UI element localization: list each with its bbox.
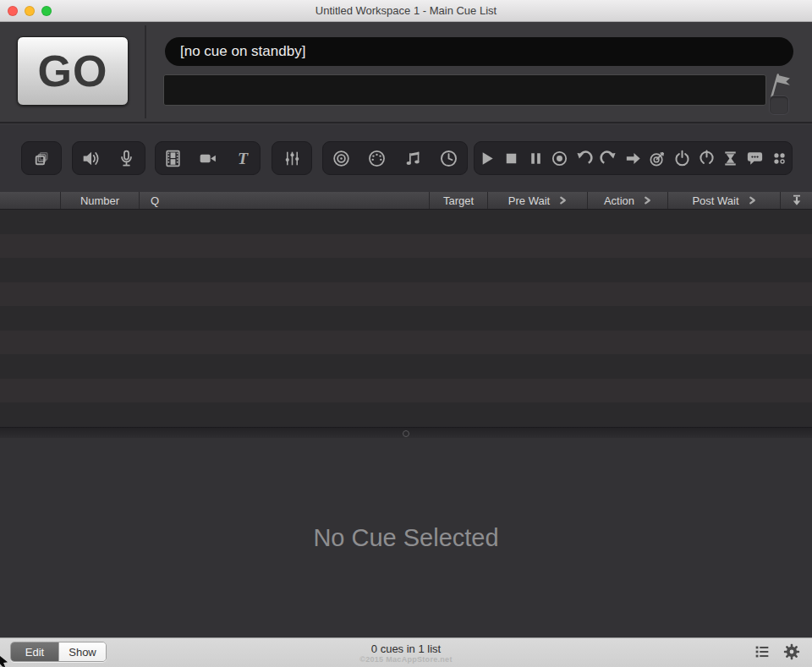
- no-cue-selected-text: No Cue Selected: [0, 524, 812, 552]
- panel-divider: [145, 25, 146, 118]
- splitter-handle[interactable]: [0, 427, 812, 438]
- toolbar-button-stacked-squares[interactable]: [22, 142, 61, 174]
- toolbar-button-undo-arrow[interactable]: [572, 142, 596, 174]
- column-header-pre-wait[interactable]: Pre Wait: [488, 192, 588, 209]
- toolbar-group-1: [21, 141, 62, 175]
- column-label: Post Wait: [692, 194, 738, 207]
- pause-icon: [526, 149, 546, 168]
- toolbar-button-concentric-circles[interactable]: [323, 142, 359, 174]
- undo-arrow-icon: [574, 149, 594, 168]
- toolbar-group-4: [272, 141, 312, 175]
- toolbar-button-video-camera[interactable]: [190, 142, 225, 174]
- go-button[interactable]: GO: [17, 36, 129, 106]
- play-icon: [477, 149, 497, 168]
- toolbar-button-four-dots[interactable]: [767, 142, 792, 174]
- toolbar-button-stop[interactable]: [499, 142, 524, 174]
- column-header-action[interactable]: Action: [588, 192, 668, 209]
- toolbar-button-hourglass[interactable]: [718, 142, 743, 174]
- toolbar-button-power[interactable]: [670, 142, 694, 174]
- table-row: [0, 282, 812, 307]
- clock-icon: [438, 148, 459, 169]
- four-dots-icon: [770, 149, 789, 168]
- cue-table-header: NumberQTargetPre WaitActionPost Wait: [0, 192, 812, 210]
- power-up-icon: [697, 149, 716, 168]
- toolbar-button-speaker[interactable]: [73, 142, 109, 174]
- toolbar-button-play[interactable]: [475, 142, 499, 174]
- qlab-workspace-window: Untitled Workspace 1 - Main Cue List GO …: [0, 0, 812, 667]
- table-row: [0, 402, 812, 427]
- list-button[interactable]: [752, 642, 772, 663]
- column-label: Pre Wait: [508, 194, 550, 207]
- table-row: [0, 210, 812, 234]
- right-arrow-icon: [623, 149, 643, 168]
- toolbar-button-music-notes[interactable]: [395, 142, 431, 174]
- hourglass-icon: [721, 149, 740, 168]
- cue-toolbar: T: [0, 125, 812, 192]
- column-header-q[interactable]: Q: [140, 192, 430, 209]
- splitter-grip-icon: [403, 430, 409, 437]
- target-dart-icon: [648, 149, 667, 168]
- redo-arrow-icon: [599, 149, 618, 168]
- transport-panel: GO [no cue on standby]: [0, 22, 812, 123]
- toolbar-button-pause[interactable]: [524, 142, 548, 174]
- secondary-display[interactable]: [163, 74, 766, 106]
- speech-bubble-icon: [745, 149, 765, 168]
- close-button[interactable]: [8, 6, 18, 16]
- gear-button[interactable]: [782, 642, 802, 663]
- title-bar[interactable]: Untitled Workspace 1 - Main Cue List: [0, 0, 812, 22]
- minimize-button[interactable]: [25, 6, 35, 16]
- microphone-icon: [116, 148, 137, 169]
- cue-list-area[interactable]: [0, 210, 812, 427]
- column-header-target[interactable]: Target: [430, 192, 488, 209]
- table-row: [0, 258, 812, 282]
- column-label: Action: [604, 194, 634, 207]
- svg-text:T: T: [238, 149, 249, 167]
- table-row: [0, 306, 812, 331]
- toolbar-button-speech-bubble[interactable]: [743, 142, 767, 174]
- table-row: [0, 379, 812, 403]
- window-title: Untitled Workspace 1 - Main Cue List: [0, 0, 812, 21]
- toolbar-button-record-circle[interactable]: [548, 142, 573, 174]
- toolbar-group-5: [322, 141, 468, 175]
- concentric-circles-icon: [331, 148, 352, 169]
- stacked-squares-icon: [31, 148, 52, 169]
- column-header-post-wait[interactable]: Post Wait: [668, 192, 781, 209]
- table-row: [0, 234, 812, 259]
- toolbar-button-right-arrow[interactable]: [621, 142, 645, 174]
- film-strip-icon: [162, 148, 184, 169]
- midi-connector-icon: [366, 148, 387, 169]
- toolbar-button-redo-arrow[interactable]: [596, 142, 621, 174]
- toolbar-button-sliders[interactable]: [272, 142, 311, 174]
- standby-display: [no cue on standby]: [165, 37, 793, 66]
- list-icon: [753, 651, 771, 664]
- column-header-number[interactable]: Number: [61, 192, 140, 209]
- video-camera-icon: [197, 148, 218, 169]
- table-row: [0, 331, 812, 355]
- sliders-icon: [282, 148, 303, 169]
- toolbar-button-microphone[interactable]: [109, 142, 145, 174]
- watermark-text: ©2015 MacAppStore.net: [0, 655, 812, 664]
- table-row: [0, 354, 812, 379]
- cue-count-status: 0 cues in 1 list: [0, 642, 812, 655]
- toolbar-button-target-dart[interactable]: [645, 142, 670, 174]
- toolbar-button-midi-connector[interactable]: [359, 142, 396, 174]
- zoom-button[interactable]: [41, 6, 52, 16]
- column-header-continue[interactable]: [781, 192, 812, 209]
- column-header-status[interactable]: [0, 192, 61, 209]
- italic-t-icon: T: [232, 148, 253, 169]
- chevron-right-icon: [559, 195, 567, 205]
- column-label: Target: [443, 194, 474, 207]
- speaker-icon: [80, 148, 102, 169]
- toolbar-group-3: T: [155, 141, 261, 175]
- status-bar-buttons: [752, 642, 802, 663]
- toolbar-button-clock[interactable]: [431, 142, 468, 174]
- chevron-right-icon: [749, 195, 756, 205]
- toolbar-button-italic-t[interactable]: T: [225, 142, 260, 174]
- music-notes-icon: [403, 148, 424, 169]
- column-label: Number: [80, 194, 119, 207]
- toolbar-button-power-up[interactable]: [694, 142, 719, 174]
- flag-toggle-button[interactable]: [769, 96, 789, 115]
- toolbar-button-film-strip[interactable]: [156, 142, 190, 174]
- down-arrow-bar-icon: [790, 194, 804, 207]
- record-circle-icon: [550, 149, 569, 168]
